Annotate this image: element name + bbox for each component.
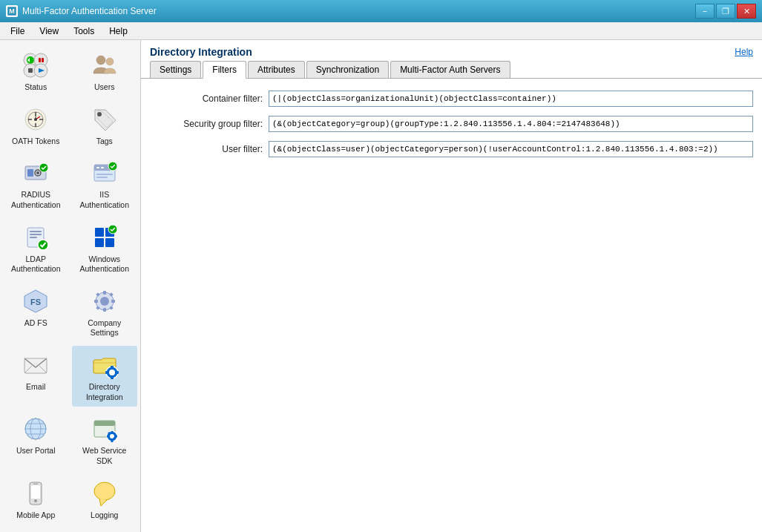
close-button[interactable]: ✕ [737, 4, 756, 19]
svg-rect-43 [105, 238, 114, 247]
svg-rect-31 [101, 167, 104, 168]
sidebar-item-ldap-auth[interactable]: LDAP Authentication [3, 218, 69, 279]
logging-label: Logging [91, 510, 118, 521]
app-icon: M [6, 5, 18, 17]
sidebar-item-windows-auth[interactable]: Windows Authentication [72, 218, 138, 279]
sidebar-item-logging[interactable]: Logging [72, 474, 138, 525]
svg-rect-6 [42, 58, 44, 62]
user-filter-row: User filter: [150, 141, 753, 157]
svg-rect-40 [95, 228, 104, 237]
sidebar-item-ad-fs[interactable]: FS AD FS [3, 282, 69, 343]
sidebar-item-directory-integration[interactable]: Directory Integration [72, 346, 138, 407]
tab-filters[interactable]: Filters [203, 61, 246, 79]
sidebar-item-company-settings[interactable]: Company Settings [72, 282, 138, 343]
svg-point-48 [100, 297, 109, 306]
title-bar: M Multi-Factor Authentication Server − ❐… [0, 0, 762, 22]
email-icon [21, 350, 50, 380]
status-icon [21, 50, 50, 80]
svg-point-21 [34, 118, 37, 121]
tab-attributes[interactable]: Attributes [248, 61, 305, 78]
filters-panel: Container filter: Security group filter:… [141, 79, 762, 178]
svg-rect-38 [30, 237, 37, 238]
sidebar-item-oath-tokens[interactable]: OATH Tokens [3, 100, 69, 151]
restore-button[interactable]: ❐ [716, 4, 735, 19]
users-label: Users [94, 82, 114, 93]
menu-file[interactable]: File [3, 24, 32, 38]
mobile-icon [21, 479, 50, 508]
content-header: Directory Integration Help [141, 40, 762, 61]
container-filter-input[interactable] [269, 91, 753, 107]
sidebar-item-mobile-app[interactable]: Mobile App [3, 474, 69, 525]
svg-point-12 [106, 58, 114, 65]
ldap-icon [21, 223, 50, 252]
sdk-label: Web Service SDK [75, 446, 135, 466]
svg-rect-42 [95, 238, 104, 247]
window-title: Multi-Factor Authentication Server [22, 6, 157, 16]
security-group-filter-row: Security group filter: [150, 116, 753, 132]
tab-mfa-servers[interactable]: Multi-Factor Auth Servers [390, 61, 510, 78]
svg-rect-78 [107, 436, 109, 438]
svg-rect-79 [115, 436, 117, 438]
container-filter-label: Container filter: [150, 93, 269, 104]
sidebar-item-user-portal[interactable]: User Portal [3, 410, 69, 470]
company-label: Company Settings [75, 318, 135, 338]
svg-rect-33 [96, 177, 108, 178]
windows-label: Windows Authentication [75, 254, 135, 275]
svg-rect-65 [116, 371, 119, 374]
page-title: Directory Integration [150, 46, 252, 58]
svg-rect-8 [28, 68, 33, 73]
svg-rect-77 [111, 440, 113, 442]
user-filter-input[interactable] [269, 141, 753, 157]
svg-rect-64 [105, 371, 108, 374]
tags-icon [90, 105, 119, 134]
oath-label: OATH Tokens [12, 137, 59, 147]
svg-rect-52 [111, 300, 115, 303]
svg-rect-63 [111, 376, 114, 379]
sidebar-item-iis-auth[interactable]: IIS Authentication [72, 154, 138, 214]
svg-point-84 [34, 499, 37, 502]
menu-tools[interactable]: Tools [66, 24, 102, 38]
adfs-icon: FS [21, 286, 50, 316]
tab-synchronization[interactable]: Synchronization [306, 61, 389, 78]
menu-view[interactable]: View [32, 24, 66, 38]
svg-text:FS: FS [30, 298, 41, 306]
content-area: Directory Integration Help Settings Filt… [141, 40, 762, 532]
oath-icon [21, 105, 50, 134]
svg-rect-32 [96, 174, 113, 175]
sidebar: Status Users [0, 40, 141, 532]
svg-rect-37 [30, 234, 42, 235]
svg-rect-83 [31, 485, 40, 499]
svg-rect-24 [27, 169, 33, 177]
sidebar-item-radius-auth[interactable]: RADIUS Authentication [3, 154, 69, 214]
svg-point-26 [36, 171, 39, 174]
security-group-filter-input[interactable] [269, 116, 753, 132]
svg-rect-5 [39, 58, 41, 62]
sidebar-item-users[interactable]: Users [72, 46, 138, 97]
svg-rect-30 [96, 167, 99, 168]
svg-rect-51 [94, 300, 98, 303]
container-filter-row: Container filter: [150, 91, 753, 107]
tab-settings[interactable]: Settings [150, 61, 201, 78]
menu-help[interactable]: Help [102, 24, 135, 38]
minimize-button[interactable]: − [695, 4, 715, 19]
svg-point-61 [109, 370, 115, 375]
directory-icon [90, 350, 119, 380]
logging-icon [90, 479, 119, 508]
users-icon [90, 50, 119, 80]
directory-label: Directory Integration [75, 382, 135, 402]
sidebar-item-web-service-sdk[interactable]: Web Service SDK [72, 410, 138, 470]
svg-rect-73 [94, 421, 115, 426]
status-label: Status [24, 82, 47, 93]
svg-rect-85 [33, 483, 38, 485]
svg-rect-36 [30, 231, 42, 232]
help-link[interactable]: Help [735, 47, 753, 57]
sidebar-item-tags[interactable]: Tags [72, 100, 138, 151]
sidebar-item-email[interactable]: Email [3, 346, 69, 407]
svg-rect-76 [111, 431, 113, 433]
sdk-icon [90, 414, 119, 444]
sidebar-item-status[interactable]: Status [3, 46, 69, 97]
radius-label: RADIUS Authentication [6, 190, 66, 210]
mobile-label: Mobile App [16, 510, 55, 521]
windows-icon [90, 223, 119, 252]
email-label: Email [26, 382, 45, 393]
